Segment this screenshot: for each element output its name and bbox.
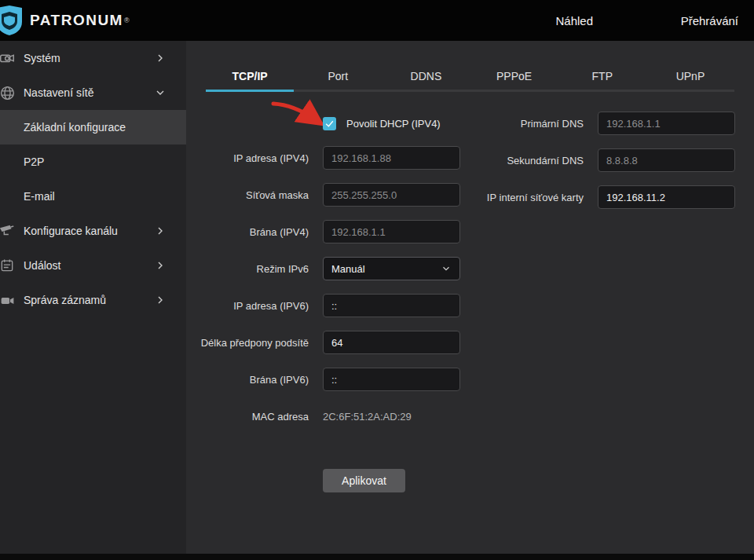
nav-playback[interactable]: Přehrávání xyxy=(681,0,738,41)
gw4-label: Brána (IPV4) xyxy=(186,226,309,238)
ip4-row: IP adresa (IPV4) xyxy=(186,146,460,170)
cctv-camera-icon xyxy=(0,222,16,240)
sidebar-item-channel-configuration[interactable]: Konfigurace kanálu xyxy=(0,214,186,248)
dhcp-checkbox[interactable] xyxy=(323,117,336,130)
dns1-label: Primární DNS xyxy=(466,118,584,130)
tab-bar: TCP/IP Port DDNS PPPoE FTP UPnP xyxy=(206,41,734,92)
shield-logo-icon xyxy=(0,5,24,36)
bottom-strip xyxy=(0,554,754,560)
ipv6-mode-row: Režim IPv6 Manuál xyxy=(186,257,460,280)
sidebar-item-label: Konfigurace kanálu xyxy=(24,225,118,237)
dns1-row: Primární DNS xyxy=(466,112,735,135)
chevron-right-icon xyxy=(154,52,167,64)
sidebar-item-label: P2P xyxy=(24,156,44,168)
sidebar-item-event[interactable]: Událost xyxy=(0,248,186,283)
chevron-down-icon xyxy=(441,263,452,274)
ipv6-mode-label: Režim IPv6 xyxy=(186,263,309,275)
sidebar: Systém Nastavení sítě Základní konfigura… xyxy=(0,41,186,554)
tab-port[interactable]: Port xyxy=(294,41,382,92)
sidebar-item-email[interactable]: E-mail xyxy=(0,179,186,214)
annotation-arrow xyxy=(271,99,328,130)
tab-upnp[interactable]: UPnP xyxy=(646,41,734,92)
video-record-icon xyxy=(0,291,16,309)
gw6-input[interactable] xyxy=(323,368,460,391)
mac-value: 2C:6F:51:2A:AD:29 xyxy=(323,411,412,423)
mac-label: MAC adresa xyxy=(186,411,309,423)
mac-row: MAC adresa 2C:6F:51:2A:AD:29 xyxy=(186,404,412,428)
sidebar-item-label: Základní konfigurace xyxy=(24,121,126,134)
ip4-label: IP adresa (IPV4) xyxy=(186,152,309,164)
topbar: PATRONUM® Náhled Přehrávání xyxy=(0,0,754,41)
brand-name: PATRONUM xyxy=(30,12,123,29)
tab-ftp[interactable]: FTP xyxy=(558,41,646,92)
chevron-down-icon xyxy=(154,86,167,99)
sidebar-item-p2p[interactable]: P2P xyxy=(0,145,186,179)
globe-network-icon xyxy=(0,84,16,101)
sidebar-item-label: Nastavení sítě xyxy=(24,86,94,99)
brand-logo: PATRONUM® xyxy=(0,5,130,36)
apply-button[interactable]: Aplikovat xyxy=(323,469,405,492)
ipv6-mode-select[interactable]: Manuál xyxy=(323,257,460,280)
tab-ddns[interactable]: DDNS xyxy=(382,41,470,92)
system-camera-icon xyxy=(0,49,16,67)
dhcp-checkbox-label: Povolit DHCP (IPV4) xyxy=(346,118,441,130)
sidebar-item-label: Správa záznamů xyxy=(24,294,106,306)
internal-ip-row: IP interní síťové karty xyxy=(466,185,735,209)
dns2-input[interactable] xyxy=(598,148,735,172)
mask-input[interactable] xyxy=(323,183,460,207)
sidebar-item-system[interactable]: Systém xyxy=(0,41,186,75)
tab-pppoe[interactable]: PPPoE xyxy=(470,41,558,92)
gw6-row: Brána (IPV6) xyxy=(186,368,460,391)
gw4-row: Brána (IPV4) xyxy=(186,220,460,243)
gw4-input[interactable] xyxy=(323,220,460,243)
main-content: TCP/IP Port DDNS PPPoE FTP UPnP Povolit … xyxy=(186,41,754,554)
sidebar-item-label: Systém xyxy=(24,52,60,64)
prefix-input[interactable] xyxy=(323,331,460,354)
brand-registered-mark: ® xyxy=(124,16,130,24)
sidebar-item-record-management[interactable]: Správa záznamů xyxy=(0,283,186,317)
mask-row: Síťová maska xyxy=(186,183,460,207)
dns1-input[interactable] xyxy=(598,112,735,135)
tab-tcpip[interactable]: TCP/IP xyxy=(206,41,294,92)
sidebar-item-basic-configuration[interactable]: Základní konfigurace xyxy=(0,110,186,145)
dns2-label: Sekundární DNS xyxy=(466,155,584,167)
internal-ip-input[interactable] xyxy=(598,185,735,209)
sidebar-item-label: E-mail xyxy=(24,190,55,203)
prefix-row: Délka předpony podsítě xyxy=(186,331,460,354)
dns2-row: Sekundární DNS xyxy=(466,148,735,172)
internal-ip-label: IP interní síťové karty xyxy=(466,192,584,203)
chevron-right-icon xyxy=(154,259,167,272)
calendar-event-icon xyxy=(0,257,16,274)
ip6-row: IP adresa (IPV6) xyxy=(186,294,460,317)
chevron-right-icon xyxy=(154,225,167,237)
gw6-label: Brána (IPV6) xyxy=(186,374,309,386)
sidebar-item-label: Událost xyxy=(24,259,60,272)
dhcp-row: Povolit DHCP (IPV4) xyxy=(323,112,441,135)
ip4-input[interactable] xyxy=(323,146,460,170)
prefix-label: Délka předpony podsítě xyxy=(186,337,309,349)
mask-label: Síťová maska xyxy=(186,189,309,201)
nav-preview[interactable]: Náhled xyxy=(555,0,593,41)
ip6-input[interactable] xyxy=(323,294,460,317)
chevron-right-icon xyxy=(154,294,167,306)
sidebar-item-network-settings[interactable]: Nastavení sítě xyxy=(0,75,186,110)
ip6-label: IP adresa (IPV6) xyxy=(186,300,309,312)
ipv6-mode-selected-value: Manuál xyxy=(331,263,365,275)
